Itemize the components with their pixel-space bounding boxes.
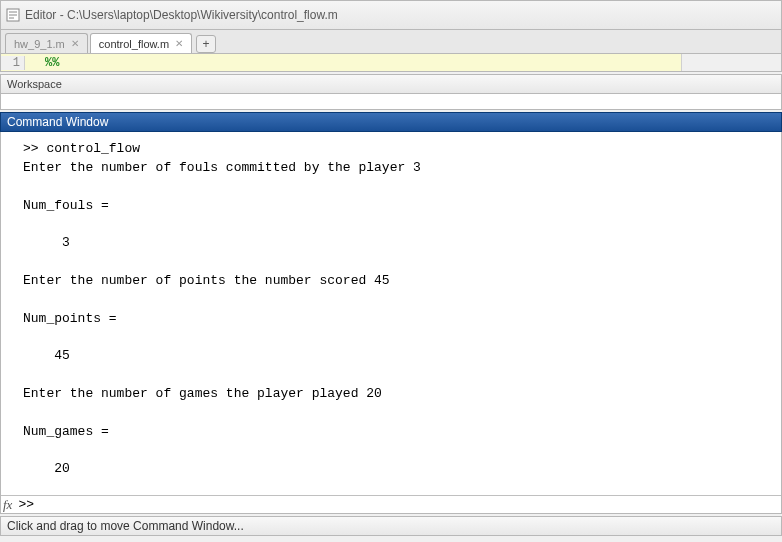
- workspace-header[interactable]: Workspace: [0, 74, 782, 94]
- add-tab-button[interactable]: +: [196, 35, 216, 53]
- code-margin: [681, 54, 781, 71]
- workspace-body[interactable]: [0, 94, 782, 110]
- close-icon[interactable]: ✕: [175, 38, 183, 49]
- command-prompt-row[interactable]: fx >>: [1, 495, 781, 513]
- editor-title: Editor - C:\Users\laptop\Desktop\Wikiver…: [25, 8, 338, 22]
- status-text: Click and drag to move Command Window...: [7, 519, 244, 533]
- fx-icon[interactable]: fx: [1, 497, 14, 513]
- command-window-body[interactable]: >> control_flow Enter the number of foul…: [0, 132, 782, 514]
- close-icon[interactable]: ✕: [71, 38, 79, 49]
- editor-icon: [5, 7, 21, 23]
- tab-hw91[interactable]: hw_9_1.m ✕: [5, 33, 88, 53]
- editor-tabs: hw_9_1.m ✕ control_flow.m ✕ +: [0, 30, 782, 54]
- editor-code-area[interactable]: 1 %%: [0, 54, 782, 72]
- command-output: >> control_flow Enter the number of foul…: [1, 140, 781, 514]
- line-number: 1: [1, 56, 25, 70]
- code-section-marker: %%: [25, 56, 59, 70]
- tab-label: hw_9_1.m: [14, 38, 65, 50]
- command-window-title: Command Window: [7, 115, 108, 129]
- tab-control-flow[interactable]: control_flow.m ✕: [90, 33, 192, 53]
- plus-icon: +: [203, 37, 210, 51]
- workspace-title: Workspace: [7, 78, 62, 90]
- command-prompt: >>: [14, 497, 34, 512]
- tab-label: control_flow.m: [99, 38, 169, 50]
- status-bar: Click and drag to move Command Window...: [0, 516, 782, 536]
- editor-titlebar: Editor - C:\Users\laptop\Desktop\Wikiver…: [0, 0, 782, 30]
- command-window-header[interactable]: Command Window: [0, 112, 782, 132]
